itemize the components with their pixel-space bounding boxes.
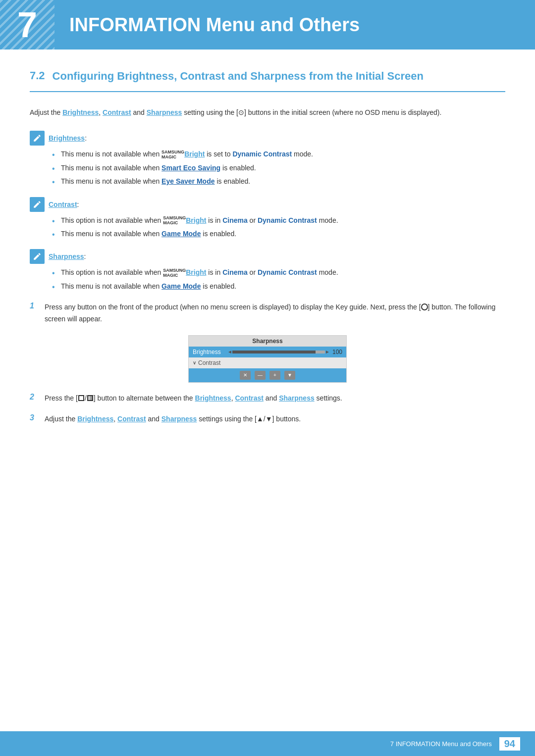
step-2-number: 2 — [30, 393, 40, 402]
intro-comma1: , — [99, 108, 103, 116]
sharpness-label-header: Sharpness — [49, 252, 84, 260]
contrast-chevron: ∨ — [193, 360, 196, 365]
note-icon-sharpness — [30, 249, 45, 264]
footer-text: 7 INFORMATION Menu and Others — [390, 740, 492, 748]
toolbar-btn-down: ▼ — [284, 371, 295, 380]
screen-mockup: Sharpness Brightness ◄ ► 100 ∨ Contrast … — [188, 335, 347, 383]
page-header: 7 INFORMATION Menu and Others — [0, 0, 535, 50]
intro-and: and — [131, 108, 147, 116]
contrast-item-1: This option is not available when SAMSUN… — [52, 215, 505, 226]
intro-button-symbol: ⊙ — [238, 108, 244, 116]
step-3: 3 Adjust the Brightness, Contrast and Sh… — [30, 413, 505, 425]
intro-text-before: Adjust the — [30, 108, 62, 116]
chapter-number: 7 — [17, 7, 37, 43]
brightness-row-label: Brightness — [193, 349, 227, 355]
step-2: 2 Press the [/] button to alternate betw… — [30, 393, 505, 404]
brightness-item-1: This menu is not available when SAMSUNGM… — [52, 149, 505, 159]
screen-header-row: Sharpness — [189, 336, 346, 347]
step-3-number: 3 — [30, 413, 40, 422]
sharpness-item-1: This option is not available when SAMSUN… — [52, 267, 505, 278]
screen-header-label: Sharpness — [252, 338, 282, 345]
main-content: 7.2 Configuring Brightness, Contrast and… — [0, 69, 535, 473]
intro-sharpness: Sharpness — [147, 108, 182, 116]
section-heading: 7.2 Configuring Brightness, Contrast and… — [30, 69, 505, 92]
contrast-row-label: Contrast — [198, 359, 220, 366]
toolbar-btn-minus: — — [255, 371, 266, 380]
step-2-text: Press the [/] button to alternate betwee… — [45, 393, 505, 404]
sharpness-item-2: This menu is not available when Game Mod… — [52, 281, 505, 292]
brightness-items: This menu is not available when SAMSUNGM… — [52, 149, 505, 187]
brightness-label: Brightness — [49, 134, 85, 142]
chapter-title: INFORMATION Menu and Others — [69, 14, 360, 36]
contrast-item-2: This menu is not available when Game Mod… — [52, 228, 505, 239]
sharpness-items: This option is not available when SAMSUN… — [52, 267, 505, 292]
screen-brightness-row: Brightness ◄ ► 100 — [189, 347, 346, 357]
chapter-number-box: 7 — [0, 0, 54, 50]
toolbar-btn-x: ✕ — [240, 371, 251, 380]
slider-right-arrow: ► — [325, 349, 330, 354]
screen-toolbar: ✕ — + ▼ — [189, 368, 346, 382]
note-contrast-header: Contrast : — [30, 197, 505, 212]
slider-left-arrow: ◄ — [227, 349, 232, 354]
contrast-items: This option is not available when SAMSUN… — [52, 215, 505, 240]
footer-page-number: 94 — [499, 737, 520, 751]
page-footer: 7 INFORMATION Menu and Others 94 — [0, 731, 535, 756]
intro-text-end: ] buttons in the initial screen (where n… — [244, 108, 441, 116]
intro-brightness: Brightness — [62, 108, 99, 116]
brightness-item-3: This menu is not available when Eye Save… — [52, 176, 505, 187]
note-icon-contrast — [30, 197, 45, 212]
brightness-suffix: : — [85, 134, 87, 142]
intro-paragraph: Adjust the Brightness, Contrast and Shar… — [30, 107, 505, 119]
note-contrast: Contrast : This option is not available … — [30, 197, 505, 240]
screen-contrast-row: ∨ Contrast — [189, 357, 346, 368]
slider-track — [232, 351, 325, 353]
note-brightness-header: Brightness : — [30, 131, 505, 146]
note-icon-brightness — [30, 131, 45, 146]
chapter-title-area: INFORMATION Menu and Others — [54, 0, 535, 50]
step-3-text: Adjust the Brightness, Contrast and Shar… — [45, 413, 505, 425]
slider-container — [232, 351, 325, 353]
toolbar-btn-plus: + — [269, 371, 280, 380]
note-brightness: Brightness : This menu is not available … — [30, 131, 505, 187]
slider-fill — [232, 351, 316, 353]
note-sharpness: Sharpness : This option is not available… — [30, 249, 505, 292]
note-sharpness-header: Sharpness : — [30, 249, 505, 264]
step-1: 1 Press any button on the front of the p… — [30, 302, 505, 325]
contrast-label-header: Contrast — [49, 201, 77, 208]
intro-contrast: Contrast — [103, 108, 131, 116]
brightness-item-2: This menu is not available when Smart Ec… — [52, 162, 505, 173]
step-1-text: Press any button on the front of the pro… — [45, 302, 505, 325]
section-title: Configuring Brightness, Contrast and Sha… — [53, 69, 424, 84]
section-number: 7.2 — [30, 69, 45, 82]
step-1-number: 1 — [30, 302, 40, 310]
brightness-value: 100 — [330, 349, 342, 355]
intro-text-after: setting using the [ — [182, 108, 238, 116]
